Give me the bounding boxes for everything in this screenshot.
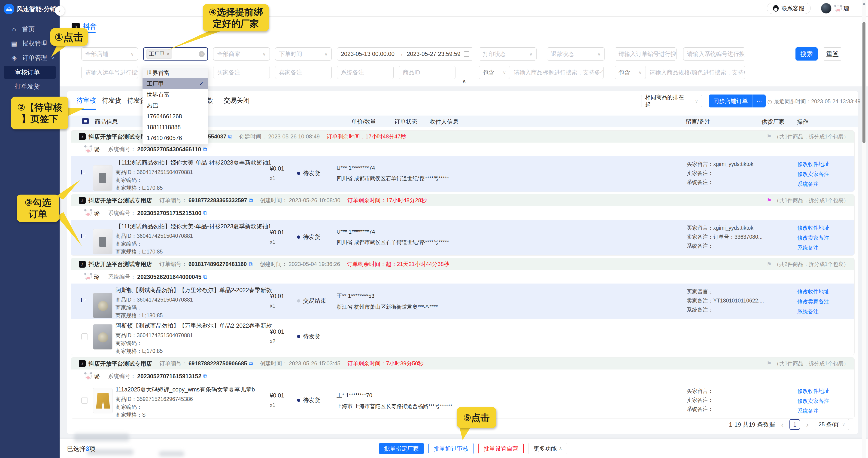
sys-note-link[interactable]: 系统备注 <box>797 243 829 253</box>
row-checkbox-checked[interactable] <box>81 170 82 175</box>
waybill-input[interactable]: 请输入运单号进行搜索... <box>81 66 138 79</box>
flag-icon: ⚑ <box>767 197 772 204</box>
sidebar-item-print-ship[interactable]: 打单发货 <box>0 80 60 93</box>
contain-select-spec[interactable]: 包含∨ <box>615 66 646 79</box>
shop-select[interactable]: 全部店铺∨ <box>81 48 138 61</box>
contain-select-title[interactable]: 包含∨ <box>479 66 510 79</box>
page-size-select[interactable]: 25 条/页 ∨ <box>815 419 849 430</box>
merchant-select[interactable]: 全部商家∨ <box>213 48 270 61</box>
order-no-input[interactable]: 请输入订单编号进行搜... <box>615 48 677 61</box>
row-checkbox-unchecked[interactable] <box>81 333 88 340</box>
edit-address-link[interactable]: 修改收件地址 <box>797 223 829 233</box>
contact-support-button[interactable]: 联系客服 <box>767 3 811 14</box>
copy-icon[interactable]: ⧉ <box>249 360 253 367</box>
dropdown-option[interactable]: 世界首富 <box>143 67 208 78</box>
refund-status-select[interactable]: 退款状态∨ <box>547 48 605 61</box>
copy-icon[interactable]: ⧉ <box>203 373 207 379</box>
next-page-icon[interactable]: › <box>806 420 809 429</box>
copy-icon[interactable]: ⧉ <box>203 274 207 280</box>
batch-self-operate-button[interactable]: 批量设置自营 <box>478 443 524 454</box>
edit-address-link[interactable]: 修改收件地址 <box>797 159 829 169</box>
sync-orders-button-group: 同步店铺订单 ··· <box>709 94 766 108</box>
product-id-input[interactable]: 商品ID <box>399 66 456 79</box>
tag-close-icon[interactable]: × <box>167 51 169 57</box>
product-row: 【111测试商品勿拍】姬你太美-单品-衬衫2023夏季新款短袖1 商品ID：36… <box>71 156 855 191</box>
order-time-type-select[interactable]: 下单时间∨ <box>275 48 332 61</box>
row-checkbox-checked[interactable] <box>81 298 82 302</box>
factory-multiselect[interactable]: 工厂甲× × <box>143 48 208 61</box>
shop-name: 抖店开放平台测试专用店 <box>89 261 152 268</box>
sys-note-link[interactable]: 系统备注 <box>797 406 829 416</box>
more-functions-button[interactable]: 更多功能 ∧ <box>528 443 567 454</box>
dropdown-option[interactable]: 18811118888 <box>143 122 208 133</box>
copy-icon[interactable]: ⧉ <box>203 146 207 153</box>
sys-note-input[interactable]: 系统备注 <box>337 66 394 79</box>
clear-icon[interactable]: × <box>199 51 205 57</box>
last-sync-time: ◷ 最近同步时间：2023-05-24 13:33:49 <box>767 98 861 105</box>
copy-icon[interactable]: ⧉ <box>249 261 252 267</box>
recipient-info: U*** 1********74 四川省 成都市武侯区石羊街道世纪*路****号… <box>337 165 449 182</box>
dropdown-option[interactable]: 17610760576 <box>143 133 208 144</box>
product-spec-input[interactable]: 请输入商品规格/颜色进行搜索，支持多个... <box>646 66 745 79</box>
scrollbar[interactable] <box>862 0 866 458</box>
prev-page-icon[interactable]: ‹ <box>781 420 783 429</box>
tab-pending-audit[interactable]: 待审核 <box>76 96 96 105</box>
col-remarks: 留言/备注 <box>686 118 711 125</box>
cow-icon <box>835 5 842 12</box>
callout-step5: ⑤点击 <box>457 407 496 428</box>
seller-note-input[interactable]: 卖家备注 <box>275 66 332 79</box>
row-checkbox-checked[interactable] <box>81 234 82 238</box>
buyer-note-input[interactable]: 买家备注 <box>213 66 270 79</box>
product-title-input[interactable]: 请输入商品标题进行搜索，支持多个用逗... <box>510 66 603 79</box>
date-range-picker[interactable]: 2023-05-13 00:00:00 → 2023-05-27 23:59:5… <box>337 48 473 61</box>
edit-address-link[interactable]: 修改收件地址 <box>797 386 829 396</box>
home-icon: ⌂ <box>10 25 18 33</box>
sys-note-link[interactable]: 系统备注 <box>797 307 829 316</box>
select-all-checkbox[interactable] <box>82 118 89 124</box>
sidebar-item-order-management[interactable]: ◈ 订单管理 ∧ <box>0 51 60 65</box>
scroll-up-icon[interactable] <box>863 2 865 5</box>
batch-assign-factory-button[interactable]: 批量指定厂家 <box>379 443 424 454</box>
dropdown-option[interactable]: 热巴 <box>143 100 208 111</box>
price: ¥0.01 <box>270 165 284 172</box>
copy-icon[interactable]: ⧉ <box>228 133 232 140</box>
dropdown-option[interactable]: 世界首富 <box>143 89 208 100</box>
tiktok-icon: ♪ <box>79 360 86 367</box>
cow-icon <box>85 210 92 216</box>
edit-seller-note-link[interactable]: 修改卖家备注 <box>797 297 829 307</box>
tab-trade-closed[interactable]: 交易关闭 <box>224 96 250 105</box>
system-no-row: 璐 系统编号： 20230527054306466110 ⧉ <box>71 143 855 156</box>
sync-orders-button[interactable]: 同步店铺订单 <box>709 94 752 108</box>
sidebar-item-audit-orders[interactable]: 审核订单 <box>4 66 56 79</box>
edit-seller-note-link[interactable]: 修改卖家备注 <box>797 169 829 179</box>
reset-button[interactable]: 重置 <box>823 48 842 61</box>
batch-approve-button[interactable]: 批量通过审核 <box>429 443 474 454</box>
edit-seller-note-link[interactable]: 修改卖家备注 <box>797 233 829 243</box>
print-status-select[interactable]: 打印状态∨ <box>479 48 536 61</box>
dropdown-option[interactable]: 17664661268 <box>143 111 208 122</box>
sidebar-collapse-button[interactable]: ‹ <box>55 6 65 16</box>
sys-no-input[interactable]: 请输入系统编号进行搜... <box>683 48 745 61</box>
edit-address-link[interactable]: 修改收件地址 <box>797 287 829 297</box>
remarks: 买家留言：xgimi_yyds:tiktok 卖家备注： 系统备注： <box>687 160 753 187</box>
factory-tag[interactable]: 工厂甲× <box>147 49 172 59</box>
search-button[interactable]: 搜索 <box>796 48 818 61</box>
user-avatar[interactable] <box>821 3 832 13</box>
scrollbar-thumb[interactable] <box>863 22 865 143</box>
dropdown-option-selected[interactable]: 工厂甲 ✓ <box>143 78 208 89</box>
quantity: x1 <box>270 402 284 408</box>
created-time: 2023-05-26 10:08:49 <box>268 133 320 140</box>
user-name[interactable]: 璐 <box>835 5 849 13</box>
copy-icon[interactable]: ⧉ <box>203 210 207 216</box>
text-cursor <box>175 51 175 58</box>
sync-more-button[interactable]: ··· <box>752 94 766 108</box>
tab-pending-ship[interactable]: 待发货 <box>102 96 121 105</box>
row-checkbox-unchecked[interactable] <box>81 397 88 404</box>
edit-seller-note-link[interactable]: 修改卖家备注 <box>797 396 829 406</box>
sys-note-link[interactable]: 系统备注 <box>797 179 829 189</box>
copy-icon[interactable]: ⧉ <box>249 197 253 204</box>
collapse-filters-icon[interactable]: ∧ <box>462 78 466 85</box>
chevron-down-icon: ∨ <box>129 51 134 57</box>
sort-select[interactable]: 相同商品的排在一起∨ <box>641 95 702 107</box>
page-number[interactable]: 1 <box>789 419 800 430</box>
